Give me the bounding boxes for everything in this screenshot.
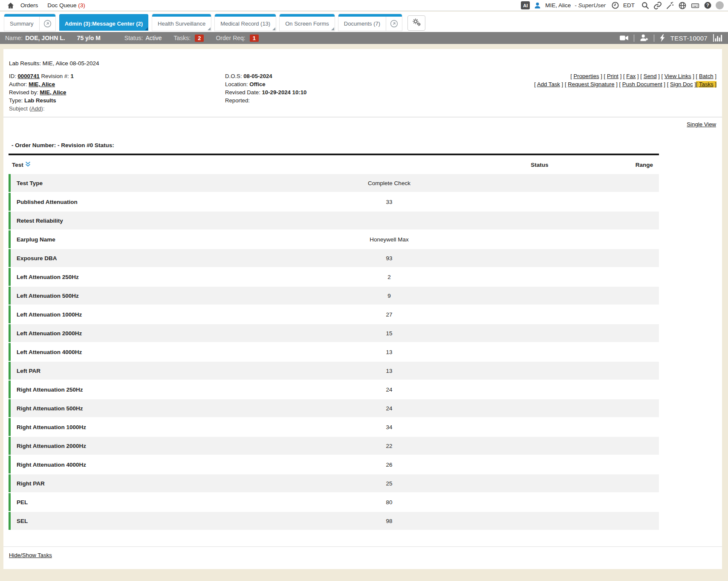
test-name: Left Attenuation 500Hz <box>11 293 263 299</box>
svg-text:?: ? <box>706 3 709 8</box>
result-row: Left Attenuation 4000Hz 13 <box>9 343 659 361</box>
test-value: 80 <box>263 499 515 505</box>
subject-label: Subject ( <box>9 105 31 112</box>
result-row: Exposure DBA 93 <box>9 249 659 267</box>
add-person-icon[interactable] <box>639 34 649 42</box>
order-req-count-badge[interactable]: 1 <box>250 35 259 42</box>
document-meta-mid: D.O.S: 08-05-2024 Location: Office Revis… <box>225 72 534 113</box>
test-value: Complete Check <box>263 180 515 186</box>
action-link-tasks[interactable]: Tasks <box>699 81 714 87</box>
action-link[interactable]: Fax <box>626 73 636 79</box>
action-link[interactable]: Batch <box>699 73 714 79</box>
result-row: Earplug Name Honeywell Max <box>9 230 659 248</box>
action-link[interactable]: Send <box>644 73 657 79</box>
test-value: 24 <box>263 405 515 412</box>
result-row: SEL 98 <box>9 512 659 530</box>
document-id-link[interactable]: 0000741 <box>18 73 40 79</box>
action-link[interactable]: View Links <box>664 73 691 79</box>
revised-by-link[interactable]: MIE, Alice <box>40 89 66 96</box>
user-icon[interactable] <box>534 2 541 9</box>
author-link[interactable]: MIE, Alice <box>29 81 55 87</box>
user-role: - SuperUser <box>575 2 606 9</box>
location-value: Office <box>249 81 265 87</box>
user-name[interactable]: MIE, Alice <box>545 2 571 9</box>
tab-medical-record-label[interactable]: Medical Record (13) <box>215 17 276 31</box>
tab-summary[interactable]: Summary <box>4 14 55 31</box>
action-link[interactable]: Add Task <box>537 81 560 87</box>
tab-settings-button[interactable] <box>407 15 425 31</box>
tab-health-surveillance[interactable]: Health Surveillance <box>152 14 211 31</box>
test-value: 15 <box>263 330 515 337</box>
document-meta-left: ID: 0000741 Revision #: 1 Author: MIE, A… <box>9 72 225 113</box>
results-table-header: Test Status Range <box>9 155 659 174</box>
nav-orders[interactable]: Orders <box>20 2 38 9</box>
order-summary-line: - Order Number: - Revision #0 Status: <box>12 142 722 148</box>
dos-value: 08-05-2024 <box>243 73 272 79</box>
order-req-label: Order Req: <box>216 35 245 41</box>
hide-show-tasks-link[interactable]: Hide/Show Tasks <box>9 552 52 558</box>
test-name: Right Attenuation 2000Hz <box>11 443 263 449</box>
test-value: 33 <box>263 199 515 205</box>
results-table-body: Test Type Complete Check Published Atten… <box>9 174 659 530</box>
gears-icon <box>411 17 422 29</box>
nav-doc-queue[interactable]: Doc Queue (3) <box>47 2 85 9</box>
wand-icon[interactable] <box>666 1 674 10</box>
keyboard-icon[interactable] <box>690 1 700 10</box>
action-link[interactable]: Properties <box>573 73 599 79</box>
action-link[interactable]: Request Signature <box>568 81 614 87</box>
tab-summary-popout-icon[interactable] <box>39 17 55 31</box>
tab-documents-popout-icon[interactable] <box>386 17 402 31</box>
globe-icon[interactable] <box>678 1 687 10</box>
ai-badge[interactable]: AI <box>521 1 530 9</box>
video-camera-icon[interactable] <box>619 34 629 42</box>
result-row: Right Attenuation 2000Hz 22 <box>9 437 659 455</box>
tab-documents[interactable]: Documents (7) <box>338 14 402 31</box>
bolt-icon[interactable] <box>659 34 665 42</box>
test-value: 13 <box>263 368 515 374</box>
test-name: PEL <box>11 499 263 505</box>
tab-on-screen-forms-label[interactable]: On Screen Forms <box>280 17 335 31</box>
tab-health-surveillance-label[interactable]: Health Surveillance <box>152 17 211 31</box>
single-view-link[interactable]: Single View <box>687 121 716 128</box>
tab-admin-group: Admin (3):Message Center (2) <box>59 14 148 31</box>
tab-documents-label[interactable]: Documents (7) <box>338 17 386 31</box>
action-link[interactable]: Print <box>607 73 618 79</box>
results-table: Test Status Range Test Type Complete Che… <box>9 154 659 530</box>
test-name: Exposure DBA <box>11 255 263 261</box>
test-value: 93 <box>263 255 515 261</box>
sort-chevron-icon[interactable] <box>25 161 31 168</box>
tab-summary-label[interactable]: Summary <box>4 17 39 31</box>
link-icon[interactable] <box>653 1 662 10</box>
tasks-count-badge[interactable]: 2 <box>195 35 204 42</box>
patient-bar: Name: DOE, JOHN L. 75 y/o M Status: Acti… <box>0 32 728 44</box>
home-icon[interactable] <box>7 2 14 9</box>
test-name: Left Attenuation 250Hz <box>11 274 263 280</box>
test-value: 22 <box>263 443 515 449</box>
tab-accent-cap <box>215 14 276 17</box>
tab-admin-message-center[interactable]: Admin (3):Message Center (2) <box>59 14 148 31</box>
subject-add-link[interactable]: Add <box>31 105 41 112</box>
search-icon[interactable] <box>641 1 650 10</box>
tab-medical-record[interactable]: Medical Record (13) <box>215 14 276 31</box>
patient-age-sex: 75 y/o M <box>77 35 101 41</box>
revised-by-label: Revised by: <box>9 89 38 96</box>
bar-chart-icon[interactable] <box>713 34 723 42</box>
action-link[interactable]: Push Document <box>622 81 662 87</box>
test-name: SEL <box>11 518 263 524</box>
column-header-test[interactable]: Test <box>9 161 263 168</box>
patient-tasks-label: Tasks: <box>174 35 191 41</box>
action-link[interactable]: Sign Doc <box>670 81 693 87</box>
clock-icon[interactable] <box>611 1 619 9</box>
test-name: Left PAR <box>11 368 263 374</box>
help-icon[interactable]: ? <box>704 1 712 9</box>
tab-admin-label[interactable]: Admin (3):Message Center (2) <box>59 17 148 31</box>
tab-on-screen-forms[interactable]: On Screen Forms <box>280 14 335 31</box>
dos-label: D.O.S: <box>225 73 242 79</box>
result-row: Published Attenuation 33 <box>9 193 659 211</box>
revised-date-value: 10-29-2024 10:10 <box>262 89 307 96</box>
result-row: Left Attenuation 2000Hz 15 <box>9 324 659 342</box>
document-panel: Lab Results: MIE, Alice 08-05-2024 ID: 0… <box>3 49 722 569</box>
chart-tab-bar: Summary Admin (3):Message Center (2) Hea… <box>0 12 728 32</box>
status-dot[interactable] <box>716 1 724 9</box>
revision-value: 1 <box>70 73 73 79</box>
